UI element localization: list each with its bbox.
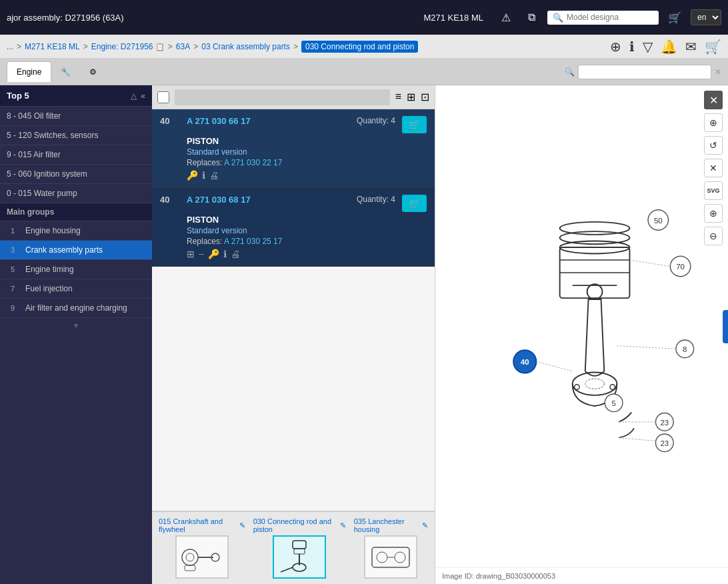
svg-text:70: 70 — [676, 263, 685, 271]
thumb-item-lanchester[interactable]: 035 Lanchester housing ✎ — [354, 517, 428, 579]
breadcrumb-item-crank[interactable]: 03 Crank assembly parts — [201, 42, 290, 51]
top-bar-icons: ⚠ ⧉ 🔍 🛒 en de fr — [497, 8, 721, 27]
select-all-checkbox[interactable] — [157, 91, 169, 103]
dash-2: -- — [199, 249, 204, 259]
key-icon-1[interactable]: 🔑 — [187, 170, 198, 181]
part-name-1: PISTON — [187, 136, 427, 146]
svg-text:50: 50 — [653, 216, 662, 224]
parts-icon: ⚙ — [89, 67, 97, 77]
svg-rect-4 — [185, 565, 195, 571]
sidebar-item-crank-assembly[interactable]: 3 Crank assembly parts — [0, 241, 152, 260]
breadcrumb-actions: ⊕ ℹ ▽ 🔔 ✉ 🛒 — [610, 39, 721, 55]
breadcrumb-item-root[interactable]: ... — [7, 42, 13, 51]
copy-icon[interactable]: ⧉ — [522, 8, 541, 27]
diagram-x-btn[interactable]: ✕ — [704, 159, 723, 177]
grid-icon-2[interactable]: ⊞ — [187, 249, 195, 259]
alert-icon[interactable]: ⚠ — [497, 8, 515, 27]
tab-engine[interactable]: Engine — [7, 61, 51, 82]
sidebar-section-header: Main groups — [0, 203, 152, 221]
sidebar-item-engine-housing[interactable]: 1 Engine housing — [0, 221, 152, 241]
svg-text:23: 23 — [660, 418, 669, 426]
info-icon[interactable]: ℹ — [629, 39, 635, 55]
thumb-image-3[interactable] — [364, 535, 417, 579]
info-icon-1[interactable]: ℹ — [202, 170, 205, 181]
sidebar-collapse-left[interactable]: « — [141, 91, 145, 101]
svg-text:5: 5 — [611, 399, 615, 407]
add-to-cart-btn-1[interactable]: 🛒 — [402, 116, 427, 133]
mail-icon[interactable]: ✉ — [685, 39, 697, 55]
main-layout: Top 5 △ « 8 - 045 Oil filter 5 - 120 Swi… — [0, 85, 728, 584]
print-icon-2[interactable]: 🖨 — [231, 249, 240, 259]
tab-parts[interactable]: ⚙ — [80, 62, 106, 82]
tab-wrench[interactable]: 🔧 — [51, 62, 80, 82]
sidebar-item-oil-filter[interactable]: 8 - 045 Oil filter — [0, 107, 152, 126]
diagram-image-area: 50 70 8 40 5 23 — [435, 85, 728, 567]
sidebar-item-air-charging[interactable]: 9 Air filter and engine charging — [0, 299, 152, 318]
sidebar-item-engine-timing[interactable]: 5 Engine timing — [0, 260, 152, 279]
model-search-input[interactable] — [567, 13, 653, 22]
grid-view-icon[interactable]: ⊞ — [407, 91, 415, 103]
add-to-cart-btn-2[interactable]: 🛒 — [402, 195, 427, 212]
language-select[interactable]: en de fr — [691, 9, 721, 25]
part-desc-2: Standard version — [187, 226, 427, 235]
sidebar-item-water-pump[interactable]: 0 - 015 Water pump — [0, 184, 152, 203]
notification-icon[interactable]: 🔔 — [661, 39, 677, 55]
parts-list: ≡ ⊞ ⊡ 40 A 271 030 66 17 Quantity: 4 🛒 P… — [152, 85, 435, 511]
tab-search-input[interactable] — [578, 65, 711, 79]
thumb-edit-icon-1: ✎ — [239, 521, 245, 530]
info-icon-2[interactable]: ℹ — [223, 249, 227, 259]
breadcrumb-item-engine[interactable]: Engine: D271956 📋 — [91, 42, 165, 51]
svg-point-0 — [182, 549, 198, 565]
diagram-panel: ✕ ⊕ ↺ ✕ SVG ⊕ ⊖ — [435, 85, 728, 584]
zoom-in-icon[interactable]: ⊕ — [610, 39, 621, 55]
center-content: ≡ ⊞ ⊡ 40 A 271 030 66 17 Quantity: 4 🛒 P… — [152, 85, 435, 584]
thumb-item-piston[interactable]: 030 Connecting rod and piston ✎ — [253, 517, 346, 579]
svg-point-11 — [377, 552, 387, 563]
diagram-close-btn[interactable]: ✕ — [704, 91, 723, 109]
diagram-footer: Image ID: drawing_B03030000053 — [435, 567, 728, 584]
svg-text:40: 40 — [520, 358, 529, 366]
sidebar-item-air-filter[interactable]: 9 - 015 Air filter — [0, 145, 152, 165]
breadcrumb-active-dropdown[interactable]: 030 Connecting rod and piston — [301, 41, 418, 53]
cart-icon[interactable]: 🛒 — [665, 8, 684, 27]
cart-header-icon[interactable]: 🛒 — [705, 39, 721, 55]
key-icon-2[interactable]: 🔑 — [208, 249, 219, 259]
thumb-item-crankshaft[interactable]: 015 Crankshaft and flywheel ✎ — [159, 517, 245, 579]
diagram-zoom-in-btn[interactable]: ⊕ — [704, 204, 723, 223]
diagram-history-btn[interactable]: ↺ — [704, 136, 723, 155]
svg-rect-5 — [293, 541, 306, 549]
diagram-scroll-indicator — [723, 310, 728, 343]
wrench-icon: 🔧 — [61, 67, 71, 77]
diagram-zoom-out-btn[interactable]: ⊖ — [704, 227, 723, 245]
search-icon: 🔍 — [553, 13, 563, 23]
breadcrumb-item-63a[interactable]: 63A — [176, 42, 190, 51]
sidebar-collapse-up[interactable]: △ — [131, 91, 137, 101]
diagram-crosshair-btn[interactable]: ⊕ — [704, 113, 723, 132]
list-view-icon[interactable]: ≡ — [395, 91, 401, 103]
model-search-box[interactable]: 🔍 — [547, 11, 659, 25]
part-row-1: 40 A 271 030 66 17 Quantity: 4 🛒 PISTON … — [152, 109, 435, 188]
expand-view-icon[interactable]: ⊡ — [421, 91, 429, 103]
tab-bar: Engine 🔧 ⚙ 🔍 ✕ — [0, 59, 728, 85]
part-icons-1: 🔑 ℹ 🖨 — [187, 170, 427, 181]
filter-icon[interactable]: ▽ — [643, 39, 653, 55]
print-icon-1[interactable]: 🖨 — [209, 170, 219, 181]
piston-thumbnail-svg — [274, 537, 325, 577]
thumb-image-1[interactable] — [175, 535, 229, 579]
sidebar-item-switches[interactable]: 5 - 120 Switches, sensors — [0, 126, 152, 145]
sidebar-scroll-indicator: ▼ — [0, 318, 152, 333]
breadcrumb-item-model[interactable]: M271 KE18 ML — [25, 42, 80, 51]
crankshaft-thumbnail-svg — [177, 537, 227, 577]
svg-point-12 — [395, 552, 405, 563]
sidebar-item-ignition[interactable]: 5 - 060 Ignition system — [0, 165, 152, 184]
thumb-image-2[interactable] — [273, 535, 326, 579]
diagram-svg-btn[interactable]: SVG — [704, 181, 723, 200]
sidebar-header-title: Top 5 — [7, 91, 29, 101]
tab-search-icon: 🔍 — [565, 67, 575, 77]
sidebar-item-fuel-injection[interactable]: 7 Fuel injection — [0, 279, 152, 299]
part-desc-1: Standard version — [187, 147, 427, 157]
diagram-toolbar: ✕ ⊕ ↺ ✕ SVG ⊕ ⊖ — [704, 91, 723, 245]
sidebar-header: Top 5 △ « — [0, 85, 152, 107]
part-name-2: PISTON — [187, 215, 427, 225]
tab-search-clear[interactable]: ✕ — [715, 67, 721, 77]
